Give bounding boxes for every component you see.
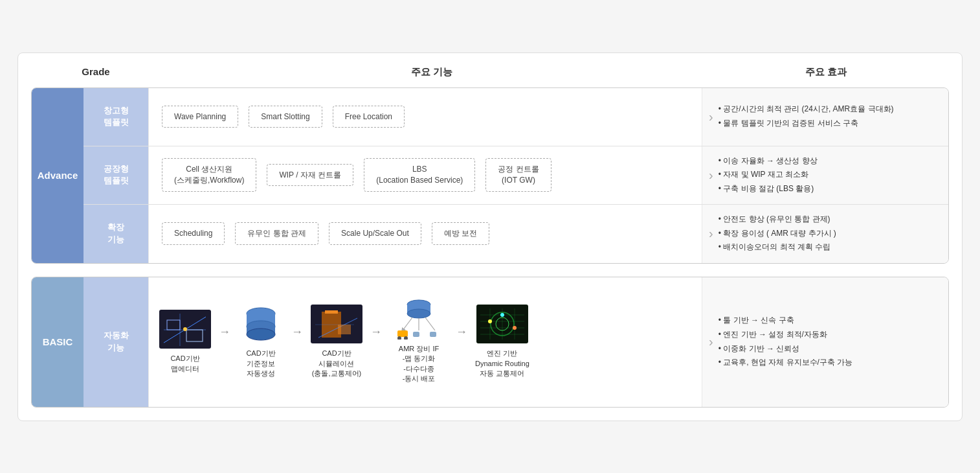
smart-slotting-box: Smart Slotting: [249, 106, 322, 128]
basic-effects-list: • 툴 기반 → 신속 구축 • 엔진 기반 → 설정 최적/자동화 • 이중화…: [718, 314, 853, 369]
wip-control-box: WIP / 자재 컨트롤: [267, 164, 353, 187]
svg-line-23: [425, 317, 435, 330]
basic-inner: 자동화기능 CAD기반: [84, 277, 948, 407]
process-control-box: 공정 컨트롤(IOT GW): [485, 158, 551, 192]
lbs-box: LBS(Location Based Service): [364, 158, 475, 192]
factory-effect-2: • 자재 및 WIP 재고 최소화: [718, 168, 818, 182]
arrow-2: →: [291, 325, 303, 339]
cad-simulation-item: CAD기반시뮬레이션(충돌,교통제어): [311, 305, 362, 378]
cad-editor-item: CAD기반맵에디터: [159, 310, 211, 374]
header-row: Grade 주요 기능 주요 효과: [31, 66, 949, 84]
chevron-icon-3: ›: [709, 226, 713, 241]
cad-simulation-label: CAD기반시뮬레이션(충돌,교통제어): [312, 349, 361, 378]
svg-point-20: [407, 309, 430, 318]
factory-template-label: 공장형템플릿: [84, 146, 148, 204]
amr-if-item: AMR 장비 IF-맵 동기화-다수다종-동시 배포: [390, 300, 448, 384]
basic-section: BASIC 자동화기능: [31, 277, 949, 408]
expand-feature-label: 확장기능: [84, 205, 148, 263]
svg-point-40: [500, 313, 504, 317]
simulation-image: [311, 305, 362, 343]
basic-effect-3: • 이중화 기반 → 신뢰성: [718, 342, 853, 356]
engine-routing-label: 엔진 기반Dynamic Routing자동 교통제어: [475, 349, 529, 378]
factory-template-row: 공장형템플릿 Cell 생산지원(스케줄링,Workflow) WIP / 자재…: [84, 146, 948, 205]
cad-reference-label: CAD기반기준정보자동생성: [246, 349, 275, 378]
basic-effect-2: • 엔진 기반 → 설정 최적/자동화: [718, 328, 853, 342]
svg-rect-28: [430, 332, 436, 337]
factory-effect-3: • 구축 비용 절감 (LBS 활용): [718, 182, 818, 196]
arrow-4: →: [456, 325, 467, 339]
database-image: [238, 305, 284, 343]
svg-point-41: [513, 326, 517, 330]
warehouse-effect-1: • 공간/시간의 최적 관리 (24시간, AMR효율 극대화): [718, 102, 894, 117]
warehouse-features: Wave Planning Smart Slotting Free Locati…: [148, 88, 702, 146]
factory-effects: › • 이송 자율화 → 생산성 향상 • 자재 및 WIP 재고 최소화 • …: [702, 146, 948, 204]
warehouse-effect-2: • 물류 템플릿 기반의 검증된 서비스 구축: [718, 117, 894, 131]
factory-effects-list: • 이송 자율화 → 생산성 향상 • 자재 및 WIP 재고 최소화 • 구축…: [718, 154, 818, 196]
svg-rect-14: [325, 310, 338, 314]
integrated-mgmt-box: 유무인 통합 관제: [235, 222, 318, 245]
factory-features: Cell 생산지원(스케줄링,Workflow) WIP / 자재 컨트롤 LB…: [148, 146, 702, 204]
amr-image: [390, 300, 448, 339]
cad-editor-image: [159, 310, 211, 349]
arrow-3: →: [370, 325, 382, 339]
warehouse-template-row: 창고형템플릿 Wave Planning Smart Slotting Free…: [84, 88, 948, 146]
cad-reference-item: CAD기반기준정보자동생성: [238, 305, 284, 378]
cell-support-box: Cell 생산지원(스케줄링,Workflow): [162, 158, 256, 192]
basic-row-label: 자동화기능: [84, 277, 148, 407]
svg-line-21: [403, 317, 412, 330]
expand-effect-1: • 안전도 향상 (유무인 통합 관제): [718, 213, 836, 227]
basic-content: CAD기반맵에디터 → CAD기반기준정보자동생성: [148, 277, 702, 407]
basic-effects: › • 툴 기반 → 신속 구축 • 엔진 기반 → 설정 최적/자동화 • 이…: [702, 277, 948, 407]
features-header: 주요 기능: [161, 66, 703, 78]
svg-point-6: [183, 327, 187, 331]
advance-section: Advance 창고형템플릿 Wave Planning Smart Slott…: [31, 87, 949, 264]
preventive-box: 예방 보전: [432, 222, 489, 245]
scheduling-box: Scheduling: [162, 222, 225, 245]
advance-rows: 창고형템플릿 Wave Planning Smart Slotting Free…: [84, 88, 948, 263]
amr-if-label: AMR 장비 IF-맵 동기화-다수다종-동시 배포: [399, 344, 439, 384]
warehouse-effects-list: • 공간/시간의 최적 관리 (24시간, AMR효율 극대화) • 물류 템플…: [718, 102, 894, 130]
factory-effect-1: • 이송 자율화 → 생산성 향상: [718, 154, 818, 168]
scale-box: Scale Up/Scale Out: [329, 222, 421, 245]
svg-rect-24: [397, 330, 408, 337]
basic-effect-1: • 툴 기반 → 신속 구축: [718, 314, 853, 328]
expand-effect-3: • 배치이송오더의 최적 계획 수립: [718, 240, 836, 255]
engine-routing-item: 엔진 기반Dynamic Routing자동 교통제어: [475, 305, 529, 378]
engine-image: [476, 305, 528, 343]
warehouse-template-label: 창고형템플릿: [84, 88, 148, 146]
chevron-icon: ›: [709, 110, 713, 124]
wave-planning-box: Wave Planning: [162, 106, 238, 128]
advance-grade-label: Advance: [32, 88, 84, 263]
free-location-box: Free Location: [333, 106, 405, 128]
expand-effects: › • 안전도 향상 (유무인 통합 관제) • 확장 용이성 ( AMR 대량…: [702, 205, 948, 263]
expand-effect-2: • 확장 용이성 ( AMR 대량 추가시 ): [718, 227, 836, 241]
expand-effects-list: • 안전도 향상 (유무인 통합 관제) • 확장 용이성 ( AMR 대량 추…: [718, 213, 836, 255]
arrow-1: →: [219, 325, 230, 339]
expand-feature-row: 확장기능 Scheduling 유무인 통합 관제 Scale Up/Scale…: [84, 205, 948, 263]
chevron-icon-4: ›: [709, 334, 713, 349]
svg-rect-17: [338, 325, 351, 334]
expand-features: Scheduling 유무인 통합 관제 Scale Up/Scale Out …: [148, 205, 702, 263]
main-container: Grade 주요 기능 주요 효과 Advance 창고형템플릿 Wave Pl…: [17, 52, 963, 421]
grade-header: Grade: [31, 66, 161, 78]
svg-point-39: [488, 319, 492, 323]
svg-rect-27: [413, 332, 419, 337]
basic-effect-4: • 교육후, 현업 자체 유지보수/구축 가능: [718, 356, 853, 370]
svg-point-11: [247, 329, 275, 340]
cad-editor-label: CAD기반맵에디터: [170, 354, 199, 374]
effects-header: 주요 효과: [703, 66, 949, 78]
warehouse-effects: › • 공간/시간의 최적 관리 (24시간, AMR효율 극대화) • 물류 …: [702, 88, 948, 146]
basic-grade-label: BASIC: [32, 277, 84, 407]
chevron-icon-2: ›: [709, 168, 713, 183]
